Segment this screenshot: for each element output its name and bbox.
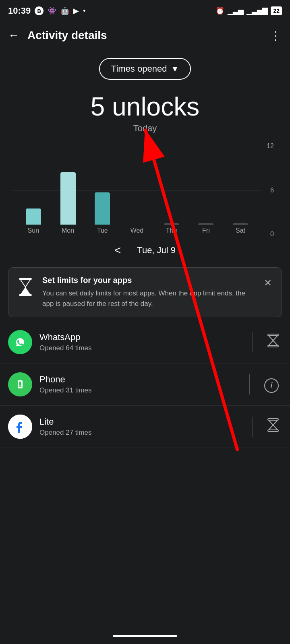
bar-mon: Mon — [60, 172, 76, 234]
toolbar: ← Activity details ⋮ — [0, 21, 290, 50]
day-label-tue: Tue — [97, 227, 108, 234]
whatsapp-hourglass-icon[interactable] — [264, 330, 282, 354]
page-title: Activity details — [27, 29, 270, 42]
chevron-down-icon: ▼ — [171, 64, 179, 74]
svg-rect-6 — [19, 382, 21, 386]
status-icon-b: B — [35, 6, 44, 15]
bar-tue: Tue — [95, 192, 110, 234]
bar-chart: 12 6 0 Sun Mon Tue — [0, 138, 290, 234]
metric-dropdown-container: Times opened ▼ — [0, 58, 290, 80]
phone-app-icon — [8, 372, 32, 396]
status-icon-youtube: ▶ — [73, 6, 79, 15]
status-bar: 10:39 B 👾 🤖 ▶ • ⏰ ▁▃▅ ▁▃▅▇ 22 — [0, 0, 290, 21]
unlocks-count: 5 unlocks — [0, 92, 290, 122]
status-icon-dot: • — [83, 7, 85, 15]
facebook-lite-info: Lite Opened 27 times — [39, 417, 241, 437]
day-label-fri: Fri — [202, 227, 210, 234]
signal-icon-2: ▁▃▅▇ — [246, 6, 267, 15]
grid-label-0: 0 — [270, 231, 274, 238]
metric-dropdown-button[interactable]: Times opened ▼ — [99, 58, 191, 80]
app-item-whatsapp[interactable]: WhatsApp Opened 64 times — [0, 321, 290, 363]
grid-label-6: 6 — [270, 187, 274, 194]
hourglass-tip-icon — [17, 277, 34, 300]
whatsapp-app-icon — [8, 330, 32, 354]
battery-icon: 22 — [271, 6, 282, 15]
grid-label-12: 12 — [267, 142, 274, 150]
app-item-facebook-lite[interactable]: Lite Opened 27 times — [0, 406, 290, 448]
tip-title: Set limits for your apps — [42, 276, 254, 285]
stats-period: Today — [0, 123, 290, 134]
day-label-sat: Sat — [236, 227, 245, 234]
facebook-lite-divider — [253, 417, 253, 437]
svg-rect-4 — [268, 345, 278, 347]
home-indicator[interactable] — [113, 635, 177, 637]
day-label-thu: Thu — [166, 227, 177, 234]
day-label-wed: Wed — [130, 227, 144, 234]
phone-opens: Opened 31 times — [39, 386, 238, 394]
status-icon-game: 👾 — [48, 6, 56, 15]
app-list: WhatsApp Opened 64 times — [0, 321, 290, 448]
tip-description: You can set daily limits for most apps. … — [42, 288, 254, 309]
signal-icon-1: ▁▃▅ — [228, 6, 243, 15]
bar-fri: Fri — [198, 223, 213, 234]
back-button[interactable]: ← — [8, 29, 19, 42]
phone-divider — [249, 374, 250, 394]
tip-card: Set limits for your apps You can set dai… — [8, 267, 282, 317]
app-item-phone[interactable]: Phone Opened 31 times i — [0, 363, 290, 406]
bar-thu: Thu — [164, 223, 179, 234]
clock-icon: ⏰ — [215, 6, 224, 15]
day-label-sun: Sun — [28, 227, 39, 234]
prev-date-button[interactable]: < — [114, 244, 121, 257]
facebook-lite-opens: Opened 27 times — [39, 429, 241, 437]
phone-info-icon[interactable]: i — [261, 373, 282, 396]
phone-info: Phone Opened 31 times — [39, 374, 238, 394]
more-options-button[interactable]: ⋮ — [270, 29, 282, 42]
info-circle-icon: i — [264, 378, 279, 393]
whatsapp-info: WhatsApp Opened 64 times — [39, 332, 241, 352]
whatsapp-divider — [253, 332, 253, 352]
tip-close-button[interactable]: ✕ — [262, 276, 273, 290]
facebook-lite-name: Lite — [39, 417, 241, 427]
bar-wed: Wed — [129, 225, 145, 234]
phone-name: Phone — [39, 374, 238, 385]
bar-sun: Sun — [26, 208, 41, 234]
facebook-lite-hourglass-icon[interactable] — [264, 415, 282, 438]
current-date: Tue, Jul 9 — [137, 245, 176, 256]
svg-rect-1 — [19, 294, 32, 296]
svg-rect-3 — [268, 334, 278, 336]
stats-section: 5 unlocks Today — [0, 84, 290, 138]
facebook-app-icon — [8, 415, 32, 439]
dropdown-label: Times opened — [111, 64, 167, 74]
date-navigation: < Tue, Jul 9 — [0, 234, 290, 263]
svg-rect-9 — [268, 430, 278, 431]
svg-rect-8 — [268, 419, 278, 420]
bottom-navigation-bar — [0, 628, 290, 644]
day-label-mon: Mon — [62, 227, 74, 234]
tip-text-content: Set limits for your apps You can set dai… — [42, 276, 254, 309]
status-time: 10:39 — [8, 6, 31, 16]
status-icon-android: 🤖 — [60, 6, 69, 15]
whatsapp-name: WhatsApp — [39, 332, 241, 343]
bar-sat: Sat — [233, 223, 248, 234]
whatsapp-opens: Opened 64 times — [39, 344, 241, 352]
